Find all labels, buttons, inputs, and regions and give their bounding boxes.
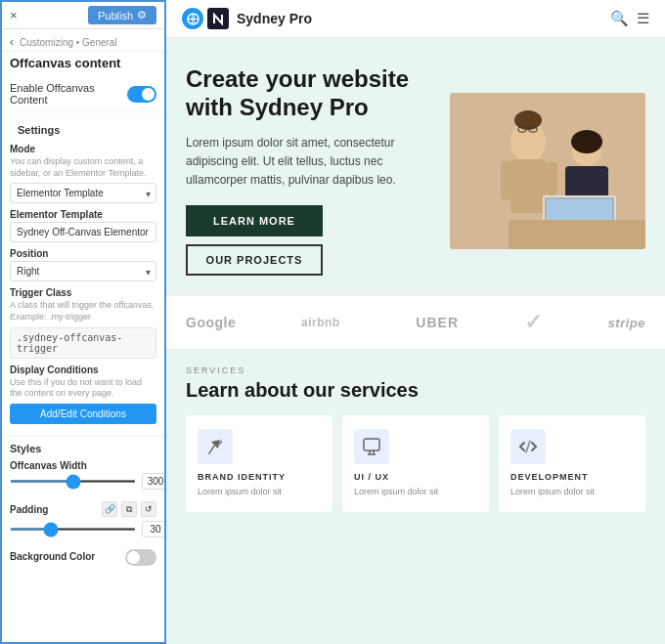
add-conditions-button[interactable]: Add/Edit Conditions [10, 404, 156, 424]
breadcrumb: ‹ Customizing • General [2, 29, 164, 52]
position-select[interactable]: Right Left [10, 261, 156, 281]
brand-google: Google [186, 315, 236, 330]
service-card-brand: BRAND IDENTITY Lorem ipsum dolor sit [186, 415, 332, 512]
elementor-template-input[interactable] [10, 222, 156, 242]
svg-text:airbnb: airbnb [301, 316, 340, 329]
settings-heading: Settings [10, 116, 156, 138]
svg-rect-9 [546, 161, 557, 195]
offcanvas-width-slider-row: 300 [10, 473, 156, 490]
enable-offcanvas-label: Enable Offcanvas Content [10, 82, 127, 106]
brand-uber: UBER [416, 315, 459, 330]
development-desc: Lorem ipsum dolor sit [510, 486, 634, 498]
padding-slider[interactable] [10, 528, 136, 531]
development-icon [510, 429, 546, 464]
hero-image-svg [450, 93, 645, 249]
back-arrow-icon[interactable]: ‹ [10, 35, 14, 49]
padding-reset-icon[interactable]: ↺ [141, 501, 156, 517]
styles-heading: Styles [2, 436, 164, 456]
bg-color-row: Background Color [2, 545, 164, 570]
padding-slider-row: 30 [10, 521, 156, 537]
navbar-left: Sydney Pro [182, 8, 312, 29]
service-card-ui: UI / UX Lorem ipsum dolor sit [342, 415, 489, 512]
padding-label: Padding [10, 504, 48, 515]
trigger-class-label: Trigger Class [10, 287, 156, 298]
close-icon[interactable]: × [10, 8, 18, 22]
navbar-logo-n [207, 8, 229, 29]
services-section: SERVICES Learn about our services BRAND … [166, 350, 665, 528]
svg-rect-8 [501, 161, 512, 200]
svg-point-5 [514, 110, 542, 130]
mode-select-wrapper: Elementor Template Sidebar Custom Conten… [10, 183, 156, 203]
elementor-template-label: Elementor Template [10, 209, 156, 220]
padding-icons: 🔗 ⧉ ↺ [102, 501, 156, 517]
brands-section: Google airbnb UBER ✓ stripe [166, 295, 665, 350]
svg-point-11 [571, 130, 602, 153]
padding-link-icon[interactable]: 🔗 [102, 501, 117, 517]
services-label: SERVICES [186, 365, 645, 375]
service-card-dev: DEVELOPMENT Lorem ipsum dolor sit [499, 415, 645, 512]
site-title: Sydney Pro [237, 11, 312, 26]
hero-text: Lorem ipsum dolor sit amet, consectetur … [186, 134, 434, 191]
brand-identity-desc: Lorem ipsum dolor sit [198, 486, 321, 498]
offcanvas-width-label: Offcanvas Width [10, 460, 156, 471]
padding-copy-icon[interactable]: ⧉ [121, 501, 137, 517]
development-name: DEVELOPMENT [510, 472, 634, 482]
hero-buttons: LEARN MORE OUR PROJECTS [186, 205, 323, 276]
our-projects-button[interactable]: OUR PROJECTS [186, 244, 323, 276]
hero-content: Create your website with Sydney Pro Lore… [186, 65, 434, 276]
styles-section: Styles Offcanvas Width 300 Padding 🔗 ⧉ ↺… [2, 436, 164, 570]
settings-icon: ⚙ [137, 9, 147, 21]
bg-color-label: Background Color [10, 551, 95, 562]
trigger-class-value: .sydney-offcanvas-trigger [10, 327, 156, 359]
brand-stripe: stripe [608, 316, 645, 330]
brand-airbnb: airbnb [301, 314, 350, 332]
svg-rect-3 [510, 159, 546, 213]
airbnb-logo: airbnb [301, 314, 350, 329]
trigger-class-desc: A class that will trigger the offcanvas.… [10, 300, 156, 322]
search-icon[interactable]: 🔍 [610, 10, 629, 27]
mode-select[interactable]: Elementor Template Sidebar Custom Conten… [10, 183, 156, 203]
offcanvas-width-value: 300 [142, 473, 166, 490]
site-navbar: Sydney Pro 🔍 ☰ [166, 0, 665, 38]
publish-button[interactable]: Publish ⚙ [88, 6, 156, 24]
navbar-globe-icon [187, 13, 200, 25]
display-conditions-label: Display Conditions [10, 365, 156, 375]
right-panel: Sydney Pro 🔍 ☰ Create your website with … [166, 0, 665, 644]
svg-rect-18 [364, 439, 379, 451]
padding-row: Padding 🔗 ⧉ ↺ 30 [2, 497, 164, 545]
services-title: Learn about our services [186, 379, 645, 402]
brand-identity-name: BRAND IDENTITY [198, 472, 321, 482]
enable-offcanvas-row: Enable Offcanvas Content [2, 76, 164, 112]
n-logo-icon [212, 13, 225, 25]
tools-icon [205, 437, 225, 456]
panel-title: Offcanvas content [2, 52, 164, 76]
menu-icon[interactable]: ☰ [637, 10, 649, 27]
position-select-wrapper: Right Left [10, 261, 156, 281]
padding-value: 30 [142, 521, 166, 537]
code-icon [518, 437, 538, 456]
hero-image [450, 93, 645, 249]
breadcrumb-text: Customizing • General [20, 37, 117, 48]
settings-section: Settings Mode You can display custom con… [2, 112, 164, 436]
navbar-icons: 🔍 ☰ [610, 10, 649, 27]
display-conditions-desc: Use this if you do not want to load the … [10, 377, 156, 400]
brand-identity-icon [198, 429, 233, 464]
panel-topbar: × Publish ⚙ [2, 2, 164, 29]
publish-label: Publish [98, 10, 133, 21]
mode-label: Mode [10, 144, 156, 154]
navbar-logo-circle [182, 8, 203, 29]
svg-rect-16 [509, 220, 645, 249]
bg-color-toggle[interactable] [125, 549, 156, 566]
monitor-icon [362, 437, 381, 456]
ui-ux-desc: Lorem ipsum dolor sit [354, 486, 477, 498]
left-panel: × Publish ⚙ ‹ Customizing • General Offc… [0, 0, 166, 644]
enable-offcanvas-toggle[interactable] [127, 86, 156, 103]
learn-more-button[interactable]: LEARN MORE [186, 205, 323, 236]
ui-ux-name: UI / UX [354, 472, 477, 482]
offcanvas-width-slider[interactable] [10, 480, 136, 483]
hero-title: Create your website with Sydney Pro [186, 65, 434, 122]
brand-nike: ✓ [524, 310, 543, 335]
services-cards: BRAND IDENTITY Lorem ipsum dolor sit UI … [186, 415, 645, 512]
hero-section: Create your website with Sydney Pro Lore… [166, 38, 665, 295]
position-label: Position [10, 248, 156, 259]
